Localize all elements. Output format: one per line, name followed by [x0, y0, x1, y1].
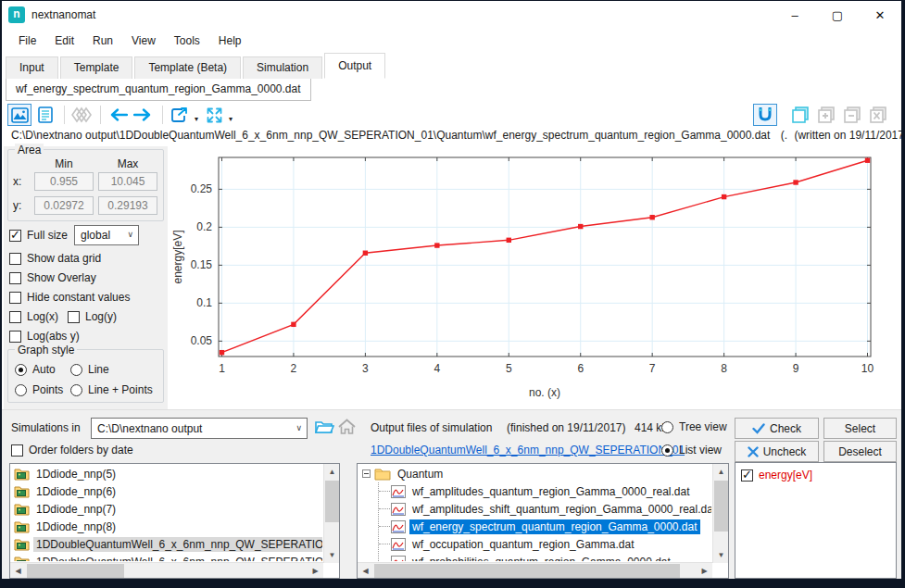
check-button[interactable]: Check [735, 418, 819, 439]
x-min-field[interactable]: 0.955 [34, 172, 94, 191]
minimize-button[interactable]: – [773, 1, 816, 29]
folder-list-item[interactable]: 1Ddiode_nnp(8) [11, 518, 322, 535]
folder-list-item[interactable]: 1Ddiode_nnp(5) [11, 465, 322, 482]
collapse-icon[interactable] [362, 469, 371, 478]
menu-item-view[interactable]: View [122, 31, 165, 51]
uncheck-button[interactable]: Uncheck [735, 441, 819, 462]
clone-plot-icon[interactable] [788, 104, 812, 126]
simulation-link[interactable]: 1DDoubleQuantumWell_6_x_6nm_nnp_QW_SEPER… [371, 444, 685, 457]
show-overlay-checkbox[interactable] [9, 272, 21, 284]
files-horizontal-scrollbar[interactable]: ◀ ▶ [358, 562, 712, 578]
series-checkbox[interactable] [741, 469, 753, 482]
simulations-folder-combobox[interactable]: C:\D\nextnano output ∨ [91, 418, 308, 439]
maximize-button[interactable]: ▢ [816, 1, 859, 29]
scroll-thumb[interactable] [325, 481, 339, 522]
back-arrow-icon[interactable] [106, 104, 130, 126]
fit-dropdown-caret[interactable]: ▾ [229, 115, 233, 123]
add-plot-icon[interactable] [814, 104, 838, 126]
main-area: Area Min Max x: 0.955 10.045 y: 0.02972 … [2, 146, 901, 409]
text-view-icon[interactable] [33, 104, 57, 126]
menu-item-edit[interactable]: Edit [45, 31, 83, 51]
tab-input[interactable]: Input [6, 56, 58, 79]
document-tab-row: wf_energy_spectrum_quantum_region_Gamma_… [2, 79, 901, 101]
full-size-combobox[interactable]: global ∨ [74, 225, 139, 245]
chart-canvas[interactable]: 123456789100.050.10.150.20.25no. (x)ener… [169, 146, 898, 409]
hide-constant-values-checkbox[interactable] [9, 292, 21, 304]
scroll-thumb[interactable] [374, 564, 680, 578]
svg-text:3: 3 [362, 362, 369, 375]
folder-list-item[interactable]: 1Ddiode_nnp(6) [11, 482, 322, 500]
x-icon [748, 446, 759, 457]
folder-list-item[interactable]: 1DDoubleQuantumWell_6_x_6nm_nnp_QW_SEPER… [11, 535, 322, 553]
energy-spectrum-chart: 123456789100.050.10.150.20.25no. (x)ener… [169, 146, 898, 409]
close-button[interactable]: ✕ [859, 1, 901, 29]
list-view-radio[interactable] [661, 444, 673, 457]
tab-template-beta-[interactable]: Template (Beta) [134, 56, 241, 79]
scroll-right-icon[interactable]: ▶ [697, 563, 712, 579]
tab-template[interactable]: Template [60, 56, 133, 79]
folders-horizontal-scrollbar[interactable]: ◀ ▶ [10, 562, 323, 578]
order-folders-checkbox[interactable] [11, 444, 23, 457]
log-y--checkbox[interactable] [68, 311, 80, 323]
output-file-item[interactable]: wf_amplitudes_quantum_region_Gamma_0000_… [379, 482, 711, 500]
menu-item-run[interactable]: Run [83, 31, 122, 51]
fit-view-icon[interactable] [202, 104, 226, 126]
scroll-left-icon[interactable]: ◀ [358, 563, 373, 579]
tree-view-radio[interactable] [661, 421, 673, 433]
document-tab[interactable]: wf_energy_spectrum_quantum_region_Gamma_… [6, 79, 311, 101]
open-folder-icon[interactable] [314, 418, 334, 439]
folder-list-item[interactable]: 1Ddiode_nnp(7) [11, 500, 322, 518]
output-file-item[interactable]: wf_amplitudes_shift_quantum_region_Gamma… [379, 500, 711, 518]
folder-list-item[interactable]: 1DDoubleQuantumWell_6_x_6nm_nnp_QW_SEPER… [11, 553, 322, 561]
scroll-down-icon[interactable]: ▼ [324, 547, 340, 563]
delete-plot-icon[interactable] [866, 104, 890, 126]
show-data-grid-checkbox[interactable] [9, 253, 21, 265]
menu-item-help[interactable]: Help [209, 31, 251, 51]
remove-plot-icon[interactable] [840, 104, 864, 126]
chart-view-icon[interactable] [7, 104, 31, 126]
scroll-down-icon[interactable]: ▼ [713, 547, 729, 563]
scroll-up-icon[interactable]: ▲ [324, 464, 340, 480]
series-item[interactable]: energy[eV] [741, 469, 896, 482]
tab-simulation[interactable]: Simulation [243, 56, 322, 79]
scroll-left-icon[interactable]: ◀ [10, 563, 26, 579]
x-max-field[interactable]: 10.045 [98, 172, 157, 191]
overlay-stack-icon[interactable] [69, 104, 94, 126]
graph-style-line-points[interactable]: Line + Points [70, 383, 158, 396]
output-file-item[interactable]: wf_energy_spectrum_quantum_region_Gamma_… [379, 518, 711, 535]
y-max-field[interactable]: 0.29193 [98, 196, 157, 215]
list-view-option[interactable]: List view [661, 444, 722, 457]
forward-arrow-icon[interactable] [132, 104, 156, 126]
finished-date: (finished on 19/11/2017) [507, 421, 626, 434]
files-vertical-scrollbar[interactable]: ▲ ▼ [712, 464, 728, 563]
graph-style-points[interactable]: Points [15, 383, 70, 396]
export-dropdown-caret[interactable]: ▾ [195, 115, 198, 123]
magnet-icon[interactable] [753, 104, 777, 126]
log-abs-y--checkbox[interactable] [9, 331, 21, 343]
output-file-item[interactable]: wf_occupation_quantum_region_Gamma.dat [379, 535, 711, 553]
folders-vertical-scrollbar[interactable]: ▲ ▼ [323, 464, 339, 563]
tree-root-row[interactable]: Quantum [358, 465, 711, 482]
simulation-folders-list: 1Ddiode_nnp(5)1Ddiode_nnp(6)1Ddiode_nnp(… [9, 463, 340, 579]
scroll-thumb[interactable] [714, 481, 728, 532]
menu-item-file[interactable]: File [9, 31, 45, 51]
deselect-button[interactable]: Deselect [823, 441, 897, 462]
svg-text:4: 4 [434, 362, 440, 375]
svg-text:8: 8 [721, 362, 727, 375]
log-x--checkbox[interactable] [9, 311, 21, 323]
scroll-up-icon[interactable]: ▲ [713, 464, 729, 480]
full-size-checkbox[interactable] [9, 230, 21, 242]
home-icon[interactable] [337, 418, 357, 439]
tree-view-option[interactable]: Tree view [661, 420, 727, 433]
output-file-item[interactable]: wf_probabilities_quantum_region_Gamma_00… [379, 553, 711, 561]
graph-style-line[interactable]: Line [70, 363, 158, 376]
tab-output[interactable]: Output [324, 53, 385, 79]
scroll-thumb[interactable] [27, 564, 124, 578]
y-min-field[interactable]: 0.02972 [34, 196, 94, 215]
graph-style-auto[interactable]: Auto [15, 363, 70, 376]
select-button[interactable]: Select [823, 418, 897, 439]
svg-text:0.15: 0.15 [191, 258, 213, 271]
scroll-right-icon[interactable]: ▶ [308, 563, 323, 579]
menu-item-tools[interactable]: Tools [165, 31, 209, 51]
export-icon[interactable] [168, 104, 192, 126]
